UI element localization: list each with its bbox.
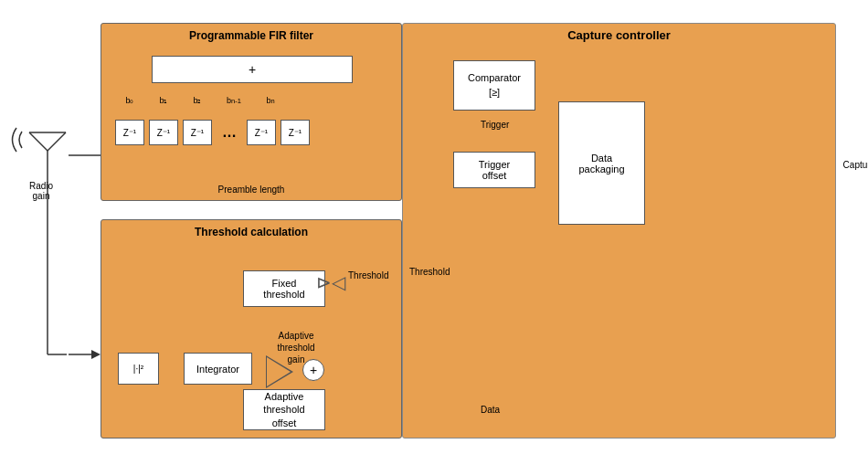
fir-filter-box: Programmable FIR filter + b₀ b₁ b₂ bn-1 … (101, 23, 402, 201)
merge-symbol: ⊳◁ (316, 273, 345, 291)
data-packaging-label: Datapackaging (578, 153, 624, 174)
fixed-threshold-block: Fixedthreshold (243, 270, 325, 307)
radio-gain-label: Radiogain (18, 181, 64, 201)
delay-block-1: Z⁻¹ (149, 120, 178, 145)
adaptive-offset-block: Adaptivethresholdoffset (243, 389, 325, 430)
sum-circle: + (302, 359, 324, 381)
threshold-line-label: Threshold (348, 270, 388, 280)
coeff-b0: b₀ (115, 88, 144, 113)
svg-line-2 (48, 132, 66, 151)
preamble-length-label: Preamble length (218, 185, 285, 195)
comparator-label: Comparator[≥] (468, 71, 521, 100)
comparator-block: Comparator[≥] (453, 60, 535, 111)
diagram-container: Radiogain Programmable FIR filter + b₀ b… (9, 9, 850, 452)
capture-controller-title: Capture controller (567, 28, 671, 42)
fir-adder-block: + (152, 56, 353, 83)
coeff-b2: b₂ (183, 88, 212, 113)
fir-filter-title: Programmable FIR filter (189, 29, 313, 42)
captured-data-label: Captured data → (843, 157, 868, 172)
svg-marker-29 (91, 350, 101, 359)
integrator-block: Integrator (184, 353, 252, 385)
power-thresh-symbol: |·|² (133, 364, 143, 374)
trigger-label: Trigger (481, 120, 509, 130)
threshold-calc-title: Threshold calculation (195, 226, 308, 238)
delay-row: Z⁻¹ Z⁻¹ Z⁻¹ … Z⁻¹ Z⁻¹ (115, 120, 310, 145)
delay-dots: … (217, 120, 242, 145)
threshold-calc-box: Threshold calculation Fixedthreshold Thr… (101, 219, 402, 439)
data-packaging-block: Datapackaging (558, 101, 645, 225)
adaptive-offset-label: Adaptivethresholdoffset (263, 390, 304, 429)
delay-block-2: Z⁻¹ (183, 120, 212, 145)
delay-block-0: Z⁻¹ (115, 120, 144, 145)
threshold-main-label: Threshold (409, 267, 450, 277)
coeff-b1: b₁ (149, 88, 178, 113)
data-label: Data (481, 405, 500, 415)
fixed-threshold-label: Fixedthreshold (263, 278, 304, 300)
adder-symbol: + (249, 62, 256, 77)
svg-line-1 (29, 132, 48, 151)
coeff-bn1: bn-1 (217, 88, 251, 113)
trigger-offset-block: Triggeroffset (453, 152, 535, 188)
coeff-row: b₀ b₁ b₂ bn-1 bn (115, 88, 285, 113)
power-thresh-block: |·|² (118, 353, 159, 385)
capture-controller-box: Capture controller Comparator[≥] Trigger… (402, 23, 836, 439)
coeff-bn: bn (256, 88, 285, 113)
delay-block-n1: Z⁻¹ (247, 120, 276, 145)
delay-block-n: Z⁻¹ (281, 120, 310, 145)
